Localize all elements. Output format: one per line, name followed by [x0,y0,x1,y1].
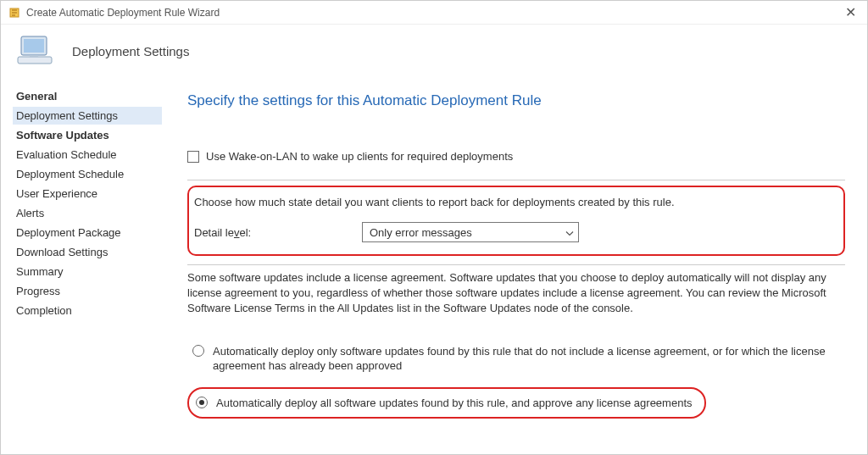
svg-rect-3 [18,57,52,64]
wol-label: Use Wake-on-LAN to wake up clients for r… [206,150,513,163]
detail-level-select[interactable]: Only error messages [362,222,579,242]
wizard-window: Create Automatic Deployment Rule Wizard … [0,0,868,455]
state-detail-section: Choose how much state detail you want cl… [187,186,845,256]
detail-level-value: Only error messages [370,226,472,239]
radio-1-label: Automatically deploy only software updat… [213,344,837,374]
detail-level-select-wrap: Only error messages [362,222,579,242]
svg-rect-2 [24,39,44,53]
radio-option-1[interactable]: Automatically deploy only software updat… [187,339,845,379]
divider-2 [187,264,845,265]
titlebar: Create Automatic Deployment Rule Wizard … [1,1,867,25]
nav-deployment-settings[interactable]: Deployment Settings [13,107,162,125]
wol-row: Use Wake-on-LAN to wake up clients for r… [187,150,845,163]
wizard-icon [8,6,21,19]
nav-deployment-schedule[interactable]: Deployment Schedule [13,165,162,183]
main-panel: Specify the settings for this Automatic … [162,80,867,454]
nav-software-updates[interactable]: Software Updates [13,126,162,144]
radio-1[interactable] [192,345,204,357]
header: Deployment Settings [1,25,867,80]
nav-summary[interactable]: Summary [13,263,162,280]
nav-alerts[interactable]: Alerts [13,204,162,222]
radio-option-2[interactable]: Automatically deploy all software update… [187,387,706,419]
detail-level-row: Detail level: Only error messages [194,222,833,242]
header-title: Deployment Settings [72,44,189,58]
nav-download-settings[interactable]: Download Settings [13,243,162,261]
state-detail-text: Choose how much state detail you want cl… [194,196,833,208]
close-button[interactable]: ✕ [840,4,860,20]
nav-evaluation-schedule[interactable]: Evaluation Schedule [13,146,162,164]
page-heading: Specify the settings for this Automatic … [187,92,845,109]
nav-completion[interactable]: Completion [13,302,162,319]
nav-user-experience[interactable]: User Experience [13,185,162,203]
divider-1 [187,180,845,180]
wol-checkbox[interactable] [187,151,199,163]
sidebar: General Deployment Settings Software Upd… [1,80,162,454]
detail-level-label: Detail level: [194,226,362,239]
license-info-text: Some software updates include a license … [187,270,845,317]
radio-2[interactable] [196,397,208,408]
nav-deployment-package[interactable]: Deployment Package [13,224,162,241]
header-computer-icon [16,33,57,69]
nav-general[interactable]: General [13,87,162,105]
content-area: General Deployment Settings Software Upd… [1,80,867,454]
radio-2-label: Automatically deploy all software update… [216,396,693,411]
titlebar-title: Create Automatic Deployment Rule Wizard [26,7,840,19]
svg-rect-4 [30,55,38,58]
nav-progress[interactable]: Progress [13,282,162,300]
